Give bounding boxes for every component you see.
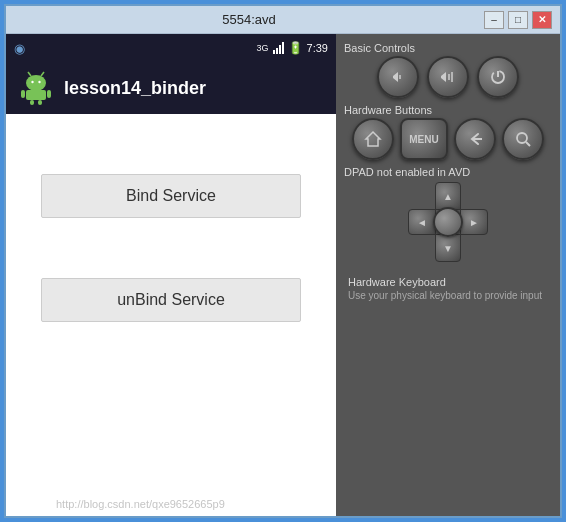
- volume-down-button[interactable]: [377, 56, 419, 98]
- search-button[interactable]: [502, 118, 544, 160]
- signal-bar-2: [276, 48, 278, 54]
- search-icon: [514, 130, 532, 148]
- svg-point-19: [517, 133, 527, 143]
- network-type: 3G: [257, 43, 269, 53]
- dpad-left-button[interactable]: ◄: [408, 209, 436, 235]
- unbind-service-button[interactable]: unBind Service: [41, 278, 301, 322]
- dpad-container: ▲ ▼ ◄ ►: [344, 182, 552, 262]
- clock: 7:39: [307, 42, 328, 54]
- dpad-down-icon: ▼: [443, 243, 453, 254]
- svg-marker-17: [366, 132, 380, 146]
- menu-label: MENU: [409, 134, 438, 145]
- volume-down-icon: [389, 68, 407, 86]
- controls-panel: Basic Controls: [336, 34, 560, 516]
- basic-controls-label: Basic Controls: [344, 42, 552, 54]
- home-icon: [364, 130, 382, 148]
- svg-rect-7: [47, 90, 51, 98]
- hardware-buttons-label: Hardware Buttons: [344, 104, 552, 116]
- hardware-buttons-section: Hardware Buttons MENU: [344, 104, 552, 160]
- dpad-down-button[interactable]: ▼: [435, 234, 461, 262]
- svg-marker-12: [441, 72, 446, 82]
- signal-bars: [273, 42, 284, 54]
- back-icon: [466, 130, 484, 148]
- app-title: lesson14_binder: [64, 78, 206, 99]
- keyboard-section: Hardware Keyboard Use your physical keyb…: [344, 272, 552, 305]
- hw-buttons-row: MENU: [344, 118, 552, 160]
- dpad-section: DPAD not enabled in AVD ▲ ▼ ◄ ►: [344, 166, 552, 266]
- dpad-center-button[interactable]: [433, 207, 463, 237]
- svg-point-0: [26, 75, 46, 91]
- watermark: http://blog.csdn.net/qxe9652665p9: [56, 498, 225, 510]
- signal-bar-1: [273, 50, 275, 54]
- dpad-right-icon: ►: [469, 217, 479, 228]
- android-logo: [18, 70, 54, 106]
- svg-rect-6: [21, 90, 25, 98]
- status-left: ◉: [14, 41, 25, 56]
- battery-icon: 🔋: [288, 41, 303, 55]
- svg-line-3: [28, 72, 31, 76]
- bind-service-button[interactable]: Bind Service: [41, 174, 301, 218]
- media-buttons-row: [344, 56, 552, 98]
- back-button[interactable]: [454, 118, 496, 160]
- main-content: ◉ 3G 🔋 7:39: [6, 34, 560, 516]
- maximize-button[interactable]: □: [508, 11, 528, 29]
- wifi-icon: ◉: [14, 41, 25, 56]
- android-statusbar: ◉ 3G 🔋 7:39: [6, 34, 336, 62]
- svg-line-20: [526, 142, 530, 146]
- power-icon: [489, 68, 507, 86]
- dpad-up-icon: ▲: [443, 191, 453, 202]
- dpad-label: DPAD not enabled in AVD: [344, 166, 552, 178]
- minimize-button[interactable]: –: [484, 11, 504, 29]
- svg-rect-9: [38, 100, 42, 105]
- window-frame: 5554:avd – □ ✕ ◉ 3G: [4, 4, 562, 518]
- android-appbar: lesson14_binder: [6, 62, 336, 114]
- dpad-left-icon: ◄: [417, 217, 427, 228]
- dpad: ▲ ▼ ◄ ►: [408, 182, 488, 262]
- window-controls: – □ ✕: [484, 11, 552, 29]
- menu-button[interactable]: MENU: [400, 118, 448, 160]
- svg-line-4: [41, 72, 44, 76]
- signal-bar-3: [279, 45, 281, 54]
- close-button[interactable]: ✕: [532, 11, 552, 29]
- home-button[interactable]: [352, 118, 394, 160]
- volume-up-button[interactable]: [427, 56, 469, 98]
- android-body: Bind Service unBind Service: [6, 114, 336, 516]
- svg-rect-5: [26, 90, 46, 100]
- volume-up-icon: [439, 68, 457, 86]
- keyboard-description: Use your physical keyboard to provide in…: [348, 290, 548, 301]
- power-button[interactable]: [477, 56, 519, 98]
- window-title: 5554:avd: [14, 12, 484, 27]
- status-right: 3G 🔋 7:39: [257, 41, 328, 55]
- svg-point-1: [31, 81, 33, 83]
- android-screen: ◉ 3G 🔋 7:39: [6, 34, 336, 516]
- basic-controls-section: Basic Controls: [344, 42, 552, 98]
- dpad-up-button[interactable]: ▲: [435, 182, 461, 210]
- title-bar: 5554:avd – □ ✕: [6, 6, 560, 34]
- dpad-right-button[interactable]: ►: [460, 209, 488, 235]
- svg-marker-10: [393, 72, 398, 82]
- svg-rect-8: [30, 100, 34, 105]
- keyboard-label: Hardware Keyboard: [348, 276, 548, 288]
- svg-point-2: [38, 81, 40, 83]
- signal-bar-4: [282, 42, 284, 54]
